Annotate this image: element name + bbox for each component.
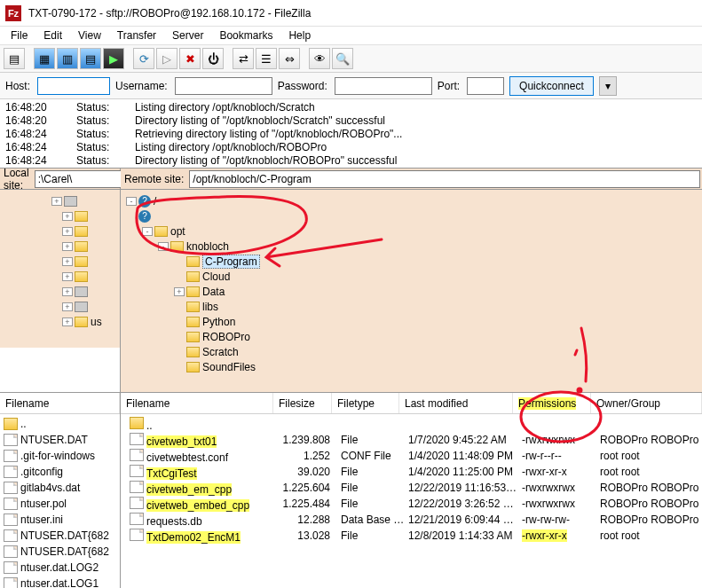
menu-view[interactable]: View <box>71 27 108 43</box>
list-item[interactable]: .git-for-windows <box>0 448 120 464</box>
sync-browse-button[interactable]: 👁 <box>309 48 330 69</box>
table-row[interactable]: TxtDemo02_EncM113.028File12/8/2019 1:14:… <box>121 528 702 544</box>
tree-item[interactable]: + <box>2 208 118 223</box>
tree-item[interactable]: ROBOPro <box>122 329 700 344</box>
table-row[interactable]: .. <box>121 416 702 432</box>
site-manager-button[interactable]: ▤ <box>4 48 25 69</box>
log-row: 16:48:24Status:Directory listing of "/op… <box>5 154 697 168</box>
port-input[interactable] <box>467 77 504 95</box>
title-bar: Fz TXT-0790-172 - sftp://ROBOPro@192.168… <box>0 0 702 27</box>
remote-col-filesize[interactable]: Filesize <box>273 393 332 413</box>
remote-col-modified[interactable]: Last modified <box>399 393 513 413</box>
tree-item[interactable]: + <box>2 193 118 208</box>
tree-item[interactable]: ? <box>122 208 700 223</box>
process-queue-button[interactable]: ▷ <box>156 48 177 69</box>
tree-item[interactable]: + <box>2 254 118 269</box>
username-label: Username: <box>115 80 170 92</box>
quickconnect-dropdown[interactable]: ▾ <box>599 76 617 96</box>
tree-item[interactable]: + <box>2 299 118 314</box>
tree-item[interactable]: + <box>2 284 118 299</box>
remote-col-filetype[interactable]: Filetype <box>332 393 399 413</box>
table-row[interactable]: requests.db12.288Data Base …12/21/2019 6… <box>121 512 702 528</box>
list-item[interactable]: .. <box>0 416 120 432</box>
menu-transfer[interactable]: Transfer <box>110 27 163 43</box>
remote-col-filename[interactable]: Filename <box>121 393 273 413</box>
password-label: Password: <box>278 80 329 92</box>
toolbar: ▤ ▦ ▥ ▤ ▶ ⟳ ▷ ✖ ⏻ ⇄ ☰ ⇔ 👁 🔍 <box>0 44 702 73</box>
list-item[interactable]: ntuser.dat.LOG2 <box>0 560 120 576</box>
tree-item[interactable]: -?/ <box>122 193 700 208</box>
menu-file[interactable]: File <box>4 27 35 43</box>
port-label: Port: <box>438 80 461 92</box>
local-col-filename[interactable]: Filename <box>0 393 120 413</box>
remote-tree[interactable]: -?/?-opt-knoblochC-ProgramCloud+Datalibs… <box>121 190 702 392</box>
quickconnect-button[interactable]: Quickconnect <box>509 76 594 96</box>
tree-item[interactable]: C-Program <box>122 254 700 269</box>
list-item[interactable]: NTUSER.DAT <box>0 432 120 448</box>
filter-button[interactable]: ☰ <box>256 48 277 69</box>
remote-col-permissions[interactable]: Permissions <box>513 393 591 413</box>
remote-path-input[interactable] <box>189 170 700 188</box>
list-item[interactable]: .gitconfig <box>0 464 120 480</box>
list-item[interactable]: ntuser.ini <box>0 512 120 528</box>
username-input[interactable] <box>175 77 272 95</box>
cancel-button[interactable]: ✖ <box>179 48 201 69</box>
menu-bookmarks[interactable]: Bookmarks <box>212 27 280 43</box>
table-row[interactable]: civetweb_txt011.239.808File1/7/2020 9:45… <box>121 432 702 448</box>
list-item[interactable]: NTUSER.DAT{682 <box>0 544 120 560</box>
tree-item[interactable]: Scratch <box>122 344 700 359</box>
list-item[interactable]: gitlab4vs.dat <box>0 480 120 496</box>
remote-path-bar: Remote site: <box>121 169 702 190</box>
toggle-remote-tree-button[interactable]: ▤ <box>80 48 101 69</box>
tree-item[interactable]: + <box>2 223 118 239</box>
tree-item[interactable]: -opt <box>122 223 700 239</box>
log-row: 16:48:24Status:Listing directory /opt/kn… <box>5 141 697 154</box>
tree-item[interactable]: -knobloch <box>122 239 700 254</box>
toggle-log-button[interactable]: ▦ <box>34 48 55 69</box>
tree-item[interactable]: + <box>2 269 118 284</box>
table-row[interactable]: civetweb_embed_cpp1.225.484File12/22/201… <box>121 496 702 512</box>
local-path-bar: Local site: ▾ <box>0 169 120 190</box>
log-row: 16:48:20Status:Listing directory /opt/kn… <box>5 101 697 114</box>
tree-item[interactable]: + <box>2 239 118 254</box>
remote-col-owner[interactable]: Owner/Group <box>591 393 702 413</box>
list-item[interactable]: ntuser.pol <box>0 496 120 512</box>
list-item[interactable]: NTUSER.DAT{682 <box>0 528 120 544</box>
menu-bar: File Edit View Transfer Server Bookmarks… <box>0 27 702 44</box>
log-row: 16:48:24Status:Retrieving directory list… <box>5 128 697 141</box>
search-button[interactable]: 🔍 <box>332 48 353 69</box>
disconnect-button[interactable]: ⏻ <box>202 48 224 69</box>
table-row[interactable]: TxtCgiTest39.020File1/4/2020 11:25:00 PM… <box>121 464 702 480</box>
window-title: TXT-0790-172 - sftp://ROBOPro@192.168.10… <box>28 7 311 20</box>
tree-item[interactable]: SoundFiles <box>122 359 700 374</box>
remote-file-list[interactable]: Filename Filesize Filetype Last modified… <box>121 393 702 588</box>
tree-item[interactable]: Cloud <box>122 269 700 284</box>
host-input[interactable] <box>37 77 110 95</box>
password-input[interactable] <box>335 77 432 95</box>
tree-item[interactable]: +us <box>2 314 118 329</box>
menu-edit[interactable]: Edit <box>36 27 69 43</box>
refresh-button[interactable]: ⟳ <box>133 48 154 69</box>
host-label: Host: <box>5 80 32 92</box>
table-row[interactable]: civetweb_em_cpp1.225.604File12/22/2019 1… <box>121 480 702 496</box>
remote-site-label: Remote site: <box>121 173 187 185</box>
reconnect-button[interactable]: ⇄ <box>233 48 254 69</box>
tree-item[interactable]: Python <box>122 314 700 329</box>
message-log: 16:48:20Status:Listing directory /opt/kn… <box>0 99 702 169</box>
compare-button[interactable]: ⇔ <box>279 48 300 69</box>
quickconnect-bar: Host: Username: Password: Port: Quickcon… <box>0 73 702 99</box>
local-tree[interactable]: +++++++++us <box>0 190 120 348</box>
log-row: 16:48:20Status:Directory listing of "/op… <box>5 114 697 128</box>
toggle-queue-button[interactable]: ▶ <box>103 48 124 69</box>
tree-item[interactable]: libs <box>122 299 700 314</box>
local-file-list[interactable]: Filename ..NTUSER.DAT.git-for-windows.gi… <box>0 393 121 588</box>
tree-item[interactable]: +Data <box>122 284 700 299</box>
menu-server[interactable]: Server <box>165 27 210 43</box>
table-row[interactable]: civetwebtest.conf1.252CONF File1/4/2020 … <box>121 448 702 464</box>
toggle-local-tree-button[interactable]: ▥ <box>57 48 78 69</box>
menu-help[interactable]: Help <box>281 27 318 43</box>
app-logo: Fz <box>5 5 21 21</box>
list-item[interactable]: ntuser.dat.LOG1 <box>0 576 120 588</box>
local-site-label: Local site: <box>0 167 33 192</box>
